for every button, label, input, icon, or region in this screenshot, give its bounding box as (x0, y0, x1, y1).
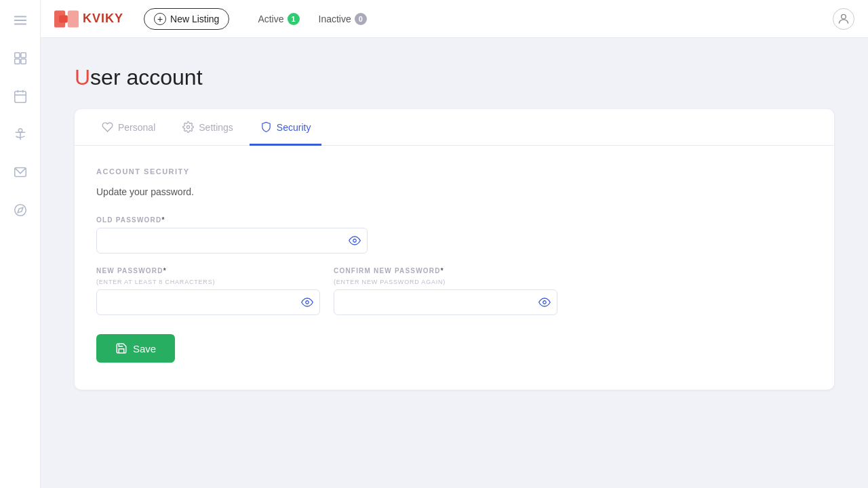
user-avatar[interactable] (833, 8, 854, 30)
confirm-password-label: CONFIRM NEW PASSWORD* (334, 267, 557, 274)
new-listing-button[interactable]: + New Listing (144, 8, 229, 30)
confirm-password-sublabel: (ENTER NEW PASSWORD AGAIN) (334, 279, 557, 285)
sidebar (0, 0, 41, 488)
tab-inactive[interactable]: Inactive 0 (311, 9, 375, 29)
svg-point-11 (18, 129, 22, 133)
inactive-badge: 0 (355, 13, 367, 25)
anchor-icon[interactable] (11, 125, 30, 144)
tab-personal[interactable]: Personal (91, 109, 166, 146)
svg-point-22 (353, 239, 357, 243)
shield-icon (260, 121, 272, 133)
content: User account Personal Settings (41, 38, 868, 488)
svg-point-24 (543, 301, 547, 304)
old-password-label: OLD PASSWORD* (96, 216, 812, 224)
tab-settings[interactable]: Settings (172, 109, 244, 146)
save-icon (115, 342, 127, 354)
confirm-password-label-text: CONFIRM NEW PASSWORD (334, 267, 441, 274)
svg-point-15 (14, 205, 26, 216)
password-row: NEW PASSWORD* (ENTER AT LEAST 8 CHARACTE… (96, 267, 557, 329)
nav-tabs: Active 1 Inactive 0 (250, 9, 374, 29)
old-password-eye-icon[interactable] (349, 235, 361, 247)
page-title: User account (75, 65, 834, 90)
active-tab-label: Active (258, 14, 283, 24)
new-password-eye-icon[interactable] (301, 296, 313, 308)
svg-rect-18 (68, 10, 79, 27)
heart-icon (102, 121, 113, 133)
inactive-tab-label: Inactive (319, 14, 351, 24)
logo-text: KVIKY (83, 12, 123, 26)
old-password-field-wrap (96, 228, 368, 253)
new-password-field-wrap (96, 289, 320, 315)
page-title-rest: ser account (90, 65, 202, 89)
tab-security[interactable]: Security (250, 109, 322, 146)
save-button[interactable]: Save (96, 334, 175, 363)
svg-point-21 (187, 125, 190, 128)
old-password-input[interactable] (96, 228, 368, 253)
svg-point-20 (842, 14, 846, 19)
svg-rect-19 (59, 15, 68, 22)
new-password-label: NEW PASSWORD* (96, 267, 320, 274)
svg-rect-6 (20, 59, 25, 64)
old-password-required: * (161, 216, 165, 224)
new-password-sublabel: (ENTER AT LEAST 8 CHARACTERS) (96, 279, 320, 285)
new-listing-label: New Listing (170, 14, 219, 24)
menu-icon[interactable] (11, 11, 30, 30)
page-title-accent: U (75, 65, 90, 89)
main-area: KVIKY + New Listing Active 1 Inactive 0 … (41, 0, 868, 488)
description-text: Update your password. (96, 186, 812, 197)
compass-icon[interactable] (11, 201, 30, 220)
confirm-password-field-wrap (334, 289, 557, 315)
old-password-label-text: OLD PASSWORD (96, 216, 161, 224)
svg-rect-5 (14, 59, 19, 64)
topnav: KVIKY + New Listing Active 1 Inactive 0 (41, 0, 868, 38)
dashboard-icon[interactable] (11, 49, 30, 68)
account-card: Personal Settings Security ACCOUNT (75, 109, 834, 390)
svg-rect-4 (20, 53, 25, 58)
section-label: ACCOUNT SECURITY (96, 167, 812, 176)
tab-personal-label: Personal (118, 122, 155, 133)
confirm-password-input[interactable] (334, 289, 557, 315)
logo-icon (54, 9, 79, 28)
svg-rect-7 (14, 92, 26, 103)
new-password-col: NEW PASSWORD* (ENTER AT LEAST 8 CHARACTE… (96, 267, 320, 329)
active-badge: 1 (288, 13, 300, 25)
confirm-password-eye-icon[interactable] (538, 296, 551, 308)
mail-icon[interactable] (11, 163, 30, 182)
logo: KVIKY (54, 9, 123, 28)
svg-point-23 (306, 301, 309, 304)
new-password-required: * (163, 267, 167, 274)
card-body: ACCOUNT SECURITY Update your password. O… (75, 146, 834, 390)
svg-marker-16 (18, 207, 23, 213)
tab-settings-label: Settings (199, 122, 233, 133)
tab-security-label: Security (277, 122, 311, 133)
calendar-icon[interactable] (11, 87, 30, 106)
new-password-label-text: NEW PASSWORD (96, 267, 163, 274)
plus-icon: + (154, 13, 166, 25)
svg-rect-3 (14, 53, 19, 58)
new-password-input[interactable] (96, 289, 320, 315)
confirm-password-required: * (441, 267, 444, 274)
card-tabs: Personal Settings Security (75, 109, 834, 146)
save-button-label: Save (133, 343, 156, 354)
confirm-password-col: CONFIRM NEW PASSWORD* (ENTER NEW PASSWOR… (334, 267, 557, 329)
tab-active[interactable]: Active 1 (250, 9, 307, 29)
settings-icon (182, 121, 194, 133)
